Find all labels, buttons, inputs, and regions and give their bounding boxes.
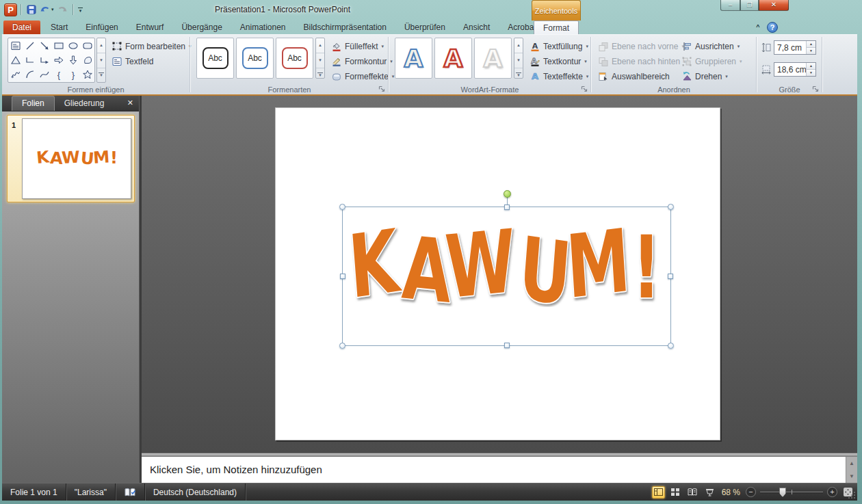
gallery-scroll-down-button[interactable]: ▼ [97,53,105,68]
texteffekte-button[interactable]: A Texteffekte ▾ [527,69,590,83]
shape-width-input[interactable] [774,63,806,76]
close-button[interactable]: ✕ [759,0,789,11]
formkontur-button[interactable]: Formkontur ▾ [329,54,395,68]
width-decrease-button[interactable]: ▼ [807,70,815,76]
shape-teardrop-icon[interactable] [80,53,94,67]
resize-handle-ne[interactable] [668,204,674,210]
notes-scroll-up-button[interactable]: ▲ [846,457,857,470]
wordart-style-thumb-2[interactable]: A [434,38,472,79]
wordart-scroll-up-button[interactable]: ▲ [514,38,523,53]
resize-handle-w[interactable] [340,274,345,279]
group-separator [590,37,591,92]
tab-uebergaenge[interactable]: Übergänge [172,21,231,34]
fuelleffekt-button[interactable]: Fülleffekt ▾ [329,39,386,53]
shape-left-brace-icon[interactable]: { [51,68,66,82]
minimize-button[interactable]: – [720,0,740,11]
resize-handle-nw[interactable] [339,204,345,210]
zoom-slider-thumb[interactable] [779,488,786,497]
tab-ueberpruefen[interactable]: Überprüfen [395,21,454,34]
shape-right-brace-icon[interactable]: } [66,68,80,82]
styles-scroll-down-button[interactable]: ▼ [316,53,324,68]
shape-style-thumb-2[interactable]: Abc [236,38,274,79]
wordart-scroll-down-button[interactable]: ▼ [514,53,523,68]
textfeld-button[interactable]: Textfeld [109,54,155,68]
tab-bildschirmpraesentation[interactable]: Bildschirmpräsentation [295,21,395,34]
minimize-ribbon-chevron-icon[interactable]: ^ [753,22,763,32]
shape-elbow-connector-icon[interactable] [23,53,37,67]
shape-right-arrow-icon[interactable] [51,53,66,67]
width-increase-button[interactable]: ▲ [807,63,815,70]
height-increase-button[interactable]: ▲ [807,41,815,48]
wordart-more-button[interactable]: ▼ [514,68,523,78]
resize-handle-se[interactable] [668,343,674,349]
tab-folien[interactable]: Folien [12,96,55,111]
ebene-nach-hinten-button[interactable]: Ebene nach hinten ▾ [596,54,688,68]
tab-gliederung[interactable]: Gliederung [55,96,114,111]
resize-handle-sw[interactable] [339,343,345,349]
notes-scroll-down-button[interactable]: ▼ [846,470,857,483]
styles-scroll-up-button[interactable]: ▲ [316,38,324,53]
shape-rectangle-icon[interactable] [51,38,66,53]
tab-animationen[interactable]: Animationen [231,21,295,34]
height-decrease-button[interactable]: ▼ [807,48,815,54]
shape-curve-icon[interactable] [37,68,51,82]
wordart-style-thumb-1[interactable]: A [395,38,432,79]
shape-height-input[interactable] [774,41,806,54]
view-slide-sorter-button[interactable] [669,486,682,499]
textfuellung-button[interactable]: A Textfüllung ▾ [527,39,590,53]
shape-scribble-icon[interactable] [8,68,23,82]
styles-more-button[interactable]: ▼ [316,68,324,78]
form-bearbeiten-button[interactable]: Form bearbeiten ▾ [109,39,194,53]
status-language-button[interactable]: Deutsch (Deutschland) [145,483,246,501]
shape-textbox-icon[interactable] [8,38,23,53]
tab-entwurf[interactable]: Entwurf [127,21,173,34]
shape-style-thumb-1[interactable]: Abc [196,38,234,79]
shape-star-icon[interactable] [80,68,94,82]
slide-thumbnail-selected[interactable]: 1 KAWUM! [7,115,135,202]
formeffekte-button[interactable]: Formeffekte ▾ [329,69,396,83]
tab-format-active[interactable]: Format [534,21,579,35]
help-button[interactable]: ? [767,22,778,33]
rotation-handle[interactable] [504,190,511,198]
view-reading-button[interactable] [686,486,699,499]
view-slideshow-button[interactable] [703,486,716,499]
shape-rounded-rectangle-icon[interactable] [80,38,94,53]
ausrichten-button[interactable]: Ausrichten ▾ [679,39,742,53]
resize-handle-s[interactable] [504,343,510,348]
view-normal-button[interactable] [652,486,665,499]
tab-datei[interactable]: Datei [3,21,40,34]
wordart-object[interactable]: KAWUM! [348,217,666,307]
auswahlbereich-button[interactable]: Auswahlbereich [596,69,672,83]
gallery-more-button[interactable]: ▼ [97,68,105,82]
shape-arc-icon[interactable] [23,68,37,82]
zoom-slider[interactable] [760,487,823,497]
tab-einfuegen[interactable]: Einfügen [77,21,127,34]
gruppieren-button[interactable]: Gruppieren ▾ [679,54,744,68]
status-spelling-button[interactable] [116,483,145,501]
gallery-scroll-up-button[interactable]: ▲ [97,38,105,53]
pane-close-icon[interactable]: ✕ [127,98,133,107]
tab-start[interactable]: Start [42,21,77,34]
shape-down-arrow-icon[interactable] [66,53,80,67]
zoom-in-button[interactable]: + [827,487,837,497]
resize-handle-n[interactable] [504,204,510,210]
resize-grip[interactable] [848,491,856,499]
ebene-nach-vorne-button[interactable]: Ebene nach vorne ▾ [596,39,686,53]
notes-pane[interactable]: Klicken Sie, um Notizen hinzuzufügen ▲ ▼ [142,457,857,483]
shape-style-thumb-3[interactable]: Abc [276,38,313,79]
shape-elbow-arrow-connector-icon[interactable] [37,53,51,67]
resize-handle-e[interactable] [668,274,673,279]
shape-ellipse-icon[interactable] [66,38,80,53]
slide-editing-canvas[interactable]: KAWUM! [142,96,857,453]
shape-line-icon[interactable] [23,38,37,53]
textkontur-button[interactable]: A Textkontur ▾ [527,54,589,68]
maximize-button[interactable]: ❐ [740,0,759,11]
wordart-selection-box[interactable]: KAWUM! [342,207,671,346]
zoom-out-button[interactable]: − [746,487,756,497]
tab-ansicht[interactable]: Ansicht [454,21,499,34]
drehen-button[interactable]: Drehen ▾ [679,69,730,83]
shape-arrow-icon[interactable] [37,38,51,53]
zoom-percentage[interactable]: 68 % [722,488,740,497]
shape-triangle-icon[interactable] [8,53,23,67]
wordart-style-thumb-3[interactable]: A [474,38,512,79]
